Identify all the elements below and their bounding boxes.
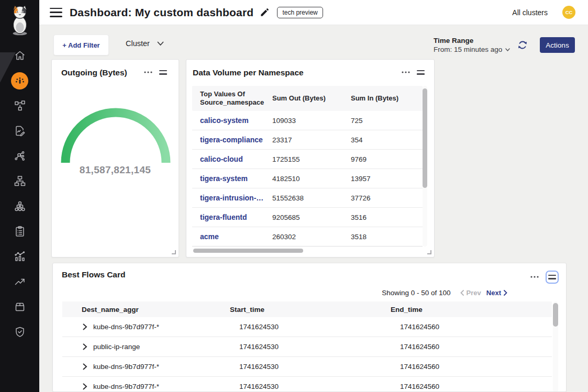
sum-out-cell: 4182510 xyxy=(272,175,351,183)
sum-in-cell: 37726 xyxy=(351,194,423,202)
sidebar-item-logs[interactable] xyxy=(0,244,39,269)
namespace-link[interactable]: calico-system xyxy=(200,116,272,125)
edit-dashboard-button[interactable] xyxy=(260,7,270,17)
sum-in-cell: 3516 xyxy=(351,214,423,221)
expand-row-chevron-icon[interactable] xyxy=(83,383,93,390)
sidebar-item-home[interactable] xyxy=(0,43,39,68)
refresh-button[interactable] xyxy=(517,39,528,51)
table-row: kube-dns-9b7d977f-* 1741624530 174162456… xyxy=(62,317,552,337)
sidebar-item-trends[interactable] xyxy=(0,269,39,294)
top-header: Dashboard: My custom dashboard tech prev… xyxy=(39,0,588,25)
table-row: tigera-compliance 23317 354 xyxy=(192,130,423,150)
sidebar-item-threat-graph[interactable] xyxy=(0,143,39,169)
trending-up-icon xyxy=(14,275,26,288)
time-range-selector[interactable]: Time Range From: 15 minutes ago xyxy=(434,37,510,53)
pencil-icon xyxy=(260,7,270,17)
sidebar-item-workloads[interactable] xyxy=(0,294,39,319)
package-box-icon xyxy=(14,300,26,313)
namespace-link[interactable]: tigera-system xyxy=(200,174,272,183)
scrollbar-thumb[interactable] xyxy=(423,88,427,188)
sum-out-cell: 260302 xyxy=(272,233,351,241)
sidebar-item-reports[interactable] xyxy=(0,118,39,143)
best-flows-card: Best Flows Card Showing 0 - 50 of 100 Pr… xyxy=(52,263,567,392)
card-menu-icon[interactable] xyxy=(530,276,539,278)
flows-table: Dest_name_aggr Start_time End_time kube-… xyxy=(62,301,552,392)
expand-row-chevron-icon[interactable] xyxy=(83,363,93,370)
cluster-nodes-icon xyxy=(14,200,26,212)
namespace-link[interactable]: calico-cloud xyxy=(200,155,272,163)
column-header-end: End_time xyxy=(391,306,552,313)
table-row: calico-cloud 1725155 9769 xyxy=(192,150,423,169)
cluster-filter-dropdown[interactable]: Cluster xyxy=(126,39,164,48)
dest-cell: kube-dns-9b7d977f-* xyxy=(93,383,239,390)
sidebar-item-hosts[interactable] xyxy=(0,169,39,194)
sum-in-cell: 354 xyxy=(351,136,423,144)
sum-in-cell: 3518 xyxy=(351,233,423,241)
table-header-row: Top Values Of Source_namespace Sum Out (… xyxy=(192,86,423,111)
drag-handle-icon[interactable] xyxy=(159,70,167,75)
column-header-sum-in: Sum In (Bytes) xyxy=(351,94,423,103)
gauge-chart xyxy=(57,104,174,168)
pagination: Showing 0 - 50 of 100 Prev Next xyxy=(382,289,507,297)
resize-handle[interactable] xyxy=(427,250,431,254)
expand-row-chevron-icon[interactable] xyxy=(83,323,93,330)
namespace-link[interactable]: acme xyxy=(200,232,272,241)
sitemap-icon xyxy=(14,175,26,187)
table-row: tigera-system 4182510 13957 xyxy=(192,169,423,188)
sum-out-cell: 109033 xyxy=(272,117,351,125)
end-cell: 1741624560 xyxy=(400,383,552,390)
scrollbar-thumb[interactable] xyxy=(553,303,558,327)
report-edit-icon xyxy=(14,125,26,137)
vertical-scrollbar[interactable] xyxy=(553,301,558,392)
dest-cell: public-ip-range xyxy=(93,343,239,351)
app-root: Dashboard: My custom dashboard tech prev… xyxy=(0,0,588,392)
card-menu-icon[interactable] xyxy=(144,71,152,73)
dest-cell: kube-dns-9b7d977f-* xyxy=(93,363,239,371)
end-cell: 1741624560 xyxy=(400,363,552,371)
actions-button[interactable]: Actions xyxy=(540,37,575,53)
table-row: kube-dns-9b7d977f-* 1741624530 174162456… xyxy=(62,357,552,377)
drag-handle-icon[interactable] xyxy=(417,70,425,75)
column-header-namespace: Top Values Of Source_namespace xyxy=(200,90,272,107)
cluster-scope-selector[interactable]: All clusters xyxy=(512,8,548,17)
calico-cat-logo[interactable] xyxy=(0,0,39,41)
sidebar-item-dashboards-active[interactable] xyxy=(0,68,39,93)
add-filter-button[interactable]: + Add Filter xyxy=(53,35,109,55)
avatar[interactable]: CC xyxy=(562,6,575,19)
column-header-start: Start_time xyxy=(230,306,391,313)
vertical-scrollbar[interactable] xyxy=(423,86,427,247)
dashboard-gauge-icon xyxy=(11,72,28,89)
namespace-link[interactable]: tigera-intrusion-d… xyxy=(200,194,272,202)
resize-handle[interactable] xyxy=(172,250,176,254)
expand-row-chevron-icon[interactable] xyxy=(83,343,93,350)
namespace-link[interactable]: tigera-fluentd xyxy=(200,213,272,221)
card-title: Data Volume per Namespace xyxy=(193,68,304,77)
sum-out-cell: 23317 xyxy=(272,136,351,144)
tech-preview-badge: tech preview xyxy=(277,7,323,18)
namespace-link[interactable]: tigera-compliance xyxy=(200,136,272,144)
sidebar-item-security[interactable] xyxy=(0,319,39,344)
hamburger-menu-icon[interactable] xyxy=(50,8,62,17)
table-header-row: Dest_name_aggr Start_time End_time xyxy=(62,301,552,317)
sum-in-cell: 725 xyxy=(351,117,423,125)
sidebar-item-clusters[interactable] xyxy=(0,194,39,219)
data-volume-card: Data Volume per Namespace Top Values Of … xyxy=(186,59,435,257)
start-cell: 1741624530 xyxy=(239,343,400,351)
next-page-button[interactable]: Next xyxy=(486,289,507,297)
card-menu-icon[interactable] xyxy=(402,71,410,73)
sidebar-item-policies[interactable] xyxy=(0,219,39,244)
sidebar-item-service-graph[interactable] xyxy=(0,93,39,118)
page-title: Dashboard: My custom dashboard xyxy=(70,6,253,19)
pagination-range-text: Showing 0 - 50 of 100 xyxy=(382,289,450,297)
time-range-label: Time Range xyxy=(434,37,510,44)
chevron-left-icon xyxy=(460,290,464,296)
gauge-arc xyxy=(65,113,166,163)
table-row: tigera-fluentd 9205685 3516 xyxy=(192,208,423,227)
time-range-value: From: 15 minutes ago xyxy=(434,46,502,53)
table-row: acme 260302 3518 xyxy=(192,227,423,247)
horizontal-scrollbar-thumb[interactable] xyxy=(193,249,303,253)
prev-page-button[interactable]: Prev xyxy=(460,289,481,297)
gauge-value: 81,587,821,145 xyxy=(52,164,179,176)
drag-handle-icon-focused[interactable] xyxy=(546,271,559,284)
table-row: calico-system 109033 725 xyxy=(192,111,423,130)
